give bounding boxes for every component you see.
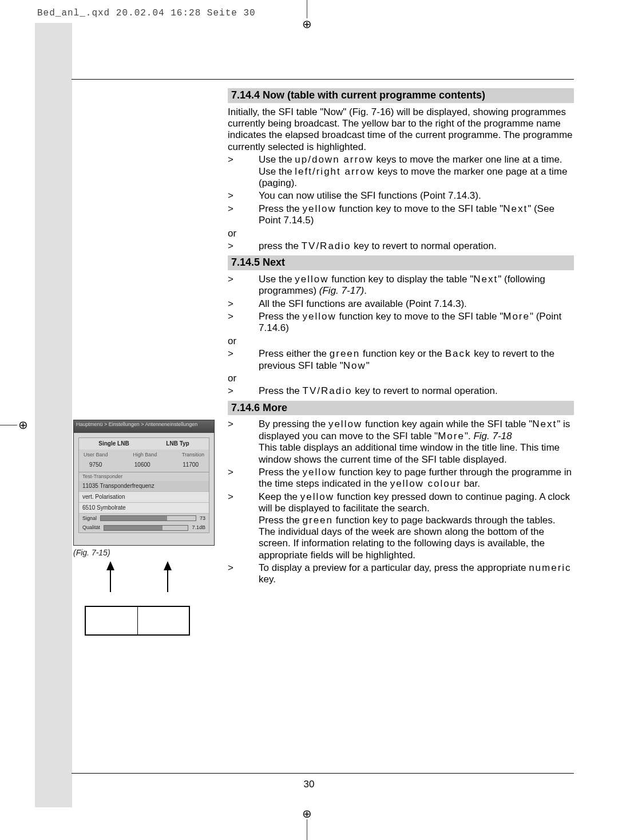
callout-box (85, 606, 190, 636)
or-separator: or (228, 373, 574, 384)
fig-qual-label: Qualität (82, 524, 100, 531)
fig-row-1: 11035 Transponderfrequenz (79, 481, 209, 492)
instruction-item: >All the SFI functions are available (Po… (228, 298, 574, 310)
instruction-item: >Use the up/down arrow keys to move the … (228, 154, 574, 189)
content-area: Hauptmenü > Einstellungen > Antenneneins… (73, 85, 575, 587)
crop-mark-left: ⊕ (0, 418, 28, 432)
instruction-item: >You can now utilise the SFI functions (… (228, 190, 574, 202)
bullet-marker: > (228, 385, 259, 397)
fig-hdr-2: LNB Typ (166, 440, 189, 447)
instruction-text: All the SFI functions are available (Poi… (259, 298, 574, 310)
page-number: 30 (0, 779, 618, 790)
section-heading: 7.14.6 More (228, 401, 574, 416)
instruction-text: Press the TV/Radio key to revert to norm… (259, 385, 574, 397)
page: Bed_anl_.qxd 20.02.04 16:28 Seite 30 ⊕ ⊕… (0, 0, 618, 840)
instruction-item: >To display a preview for a particular d… (228, 562, 574, 586)
bullet-marker: > (228, 348, 259, 372)
fig-qual-val: 7.1dB (192, 524, 205, 531)
instruction-item: >Keep the yellow function key pressed do… (228, 491, 574, 561)
instruction-item: >press the TV/Radio key to revert to nor… (228, 240, 574, 252)
instruction-text: press the TV/Radio key to revert to norm… (259, 240, 574, 252)
bullet-marker: > (228, 203, 259, 227)
bullet-marker: > (228, 154, 259, 189)
fig-signal-val: 73 (200, 515, 205, 522)
section-heading: 7.14.5 Next (228, 255, 574, 270)
bullet-marker: > (228, 467, 259, 490)
text-column: 7.14.4 Now (table with current programme… (228, 88, 574, 586)
instruction-item: >By pressing the yellow function key aga… (228, 419, 574, 466)
bottom-rule (72, 773, 574, 774)
instruction-text: Press the yellow function key to move to… (259, 311, 574, 334)
source-header: Bed_anl_.qxd 20.02.04 16:28 Seite 30 (37, 8, 256, 19)
bullet-marker: > (228, 491, 259, 561)
figure-column: Hauptmenü > Einstellungen > Antenneneins… (73, 420, 216, 636)
figure-caption: (Fig. 7-15) (73, 548, 216, 558)
fig-row-2: vert. Polarisation (79, 492, 209, 503)
crop-mark-bottom: ⊕ (302, 808, 312, 840)
bullet-marker: > (228, 562, 259, 586)
margin-strip (35, 23, 72, 807)
section-intro: Initially, the SFI table "Now" (Fig. 7-1… (228, 107, 574, 153)
bullet-marker: > (228, 240, 259, 252)
section-heading: 7.14.4 Now (table with current programme… (228, 88, 574, 103)
instruction-item: >Press the TV/Radio key to revert to nor… (228, 385, 574, 397)
bullet-marker: > (228, 274, 259, 297)
instruction-text: Use the yellow function key to display t… (259, 274, 574, 297)
fig-signal-label: Signal (82, 515, 97, 522)
instruction-item: >Press the yellow function key to page f… (228, 467, 574, 490)
or-separator: or (228, 336, 574, 347)
bullet-marker: > (228, 419, 259, 466)
figure-screenshot: Hauptmenü > Einstellungen > Antenneneins… (73, 420, 215, 546)
instruction-text: Press the yellow function key to move to… (259, 203, 574, 227)
bullet-marker: > (228, 311, 259, 334)
or-separator: or (228, 228, 574, 239)
fig-hdr-1: Single LNB (98, 440, 129, 447)
fig-row-3: 6510 Symbolrate (79, 503, 209, 514)
bullet-marker: > (228, 298, 259, 310)
instruction-text: You can now utilise the SFI functions (P… (259, 190, 574, 202)
top-rule (72, 79, 574, 80)
instruction-item: >Press either the green function key or … (228, 348, 574, 372)
crop-mark-top: ⊕ (302, 0, 312, 30)
instruction-item: >Use the yellow function key to display … (228, 274, 574, 297)
instruction-text: Keep the yellow function key pressed dow… (259, 491, 574, 561)
instruction-text: Press the yellow function key to page fu… (259, 467, 574, 490)
instruction-item: >Press the yellow function key to move t… (228, 311, 574, 334)
instruction-text: Use the up/down arrow keys to move the m… (259, 154, 574, 189)
instruction-text: By pressing the yellow function key agai… (259, 419, 574, 466)
instruction-text: To display a preview for a particular da… (259, 562, 574, 586)
instruction-text: Press either the green function key or t… (259, 348, 574, 372)
instruction-item: >Press the yellow function key to move t… (228, 203, 574, 227)
bullet-marker: > (228, 190, 259, 202)
